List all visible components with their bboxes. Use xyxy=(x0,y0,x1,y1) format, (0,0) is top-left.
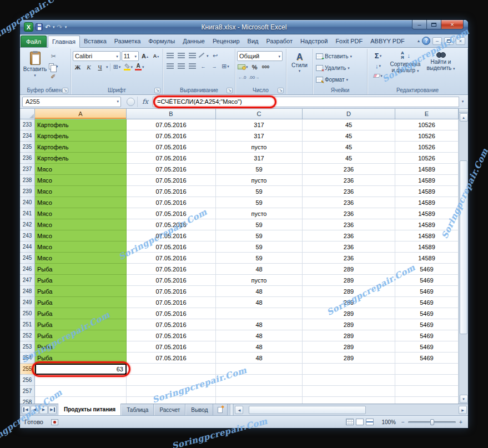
cell-E250[interactable]: 5469 xyxy=(395,308,459,319)
cell-E253[interactable]: 5469 xyxy=(395,341,459,353)
cell-A257[interactable] xyxy=(35,386,127,397)
cell-E245[interactable]: 14589 xyxy=(395,253,459,264)
cell-C249[interactable]: 48 xyxy=(216,297,303,308)
bold-button[interactable]: Ж xyxy=(73,62,83,72)
ribbon-tab-вставка[interactable]: Вставка xyxy=(80,35,110,47)
ribbon-tab-формулы[interactable]: Формулы xyxy=(144,35,179,47)
font-name-select[interactable]: Calibri▾ xyxy=(73,51,120,61)
cell-D235[interactable]: 45 xyxy=(303,142,395,153)
cell-D252[interactable]: 289 xyxy=(303,330,395,341)
align-left-button[interactable] xyxy=(165,62,175,71)
cell-B234[interactable]: 07.05.2016 xyxy=(127,130,216,142)
ribbon-tab-рецензир[interactable]: Рецензир xyxy=(209,35,244,47)
cell-E247[interactable]: 5469 xyxy=(395,275,459,286)
insert-function-button[interactable]: fx xyxy=(137,97,153,107)
row-header-233[interactable]: 233 xyxy=(20,119,35,130)
cell-A249[interactable]: Рыба xyxy=(35,297,127,308)
first-sheet-button[interactable]: ◀ xyxy=(22,406,30,414)
row-header-241[interactable]: 241 xyxy=(20,208,35,219)
row-header-252[interactable]: 252 xyxy=(20,330,35,341)
cell-B243[interactable]: 07.05.2016 xyxy=(127,230,216,241)
next-sheet-button[interactable]: ▶ xyxy=(39,406,48,414)
cut-button[interactable]: ✂ xyxy=(48,52,59,61)
cell-E238[interactable]: 14589 xyxy=(395,175,459,186)
cell-E236[interactable]: 10526 xyxy=(395,153,459,164)
redo-icon[interactable]: ↷ xyxy=(57,23,63,31)
cell-A245[interactable]: Мясо xyxy=(35,253,127,264)
undo-dropdown-icon[interactable]: ▾ xyxy=(53,25,55,29)
cell-E240[interactable]: 14589 xyxy=(395,197,459,208)
cell-E234[interactable]: 10526 xyxy=(395,130,459,142)
cell-D251[interactable]: 289 xyxy=(303,319,395,330)
column-header-B[interactable]: B xyxy=(127,109,216,119)
align-middle-button[interactable] xyxy=(176,51,186,61)
cell-D258[interactable] xyxy=(303,397,395,404)
cell-A255[interactable]: 63 xyxy=(35,364,127,375)
cell-A253[interactable]: Рыба xyxy=(35,341,127,353)
row-header-248[interactable]: 248 xyxy=(20,286,35,297)
horizontal-scroll-track[interactable] xyxy=(244,406,457,414)
cell-C236[interactable]: 317 xyxy=(216,153,303,164)
cell-B248[interactable]: 07.05.2016 xyxy=(127,286,216,297)
row-header-247[interactable]: 247 xyxy=(20,275,35,286)
row-header-250[interactable]: 250 xyxy=(20,308,35,319)
cell-E241[interactable]: 14589 xyxy=(395,208,459,219)
cell-B237[interactable]: 07.05.2016 xyxy=(127,164,216,175)
align-right-button[interactable] xyxy=(187,62,197,71)
underline-button[interactable]: Ч xyxy=(95,62,105,72)
cell-D247[interactable]: 289 xyxy=(303,275,395,286)
cell-B241[interactable]: 07.05.2016 xyxy=(127,208,216,219)
cell-C251[interactable]: 48 xyxy=(216,319,303,330)
cell-B253[interactable]: 07.05.2016 xyxy=(127,341,216,353)
cell-A242[interactable]: Мясо xyxy=(35,219,127,230)
scroll-left-icon[interactable]: ◀ xyxy=(235,406,243,414)
cell-E233[interactable]: 10526 xyxy=(395,119,459,130)
decrease-font-button[interactable]: А▾ xyxy=(151,52,161,61)
name-box-dropdown-icon[interactable]: ▾ xyxy=(117,99,119,104)
ribbon-tab-вид[interactable]: Вид xyxy=(244,35,263,47)
cell-C254[interactable]: 48 xyxy=(216,353,303,364)
select-all-corner[interactable] xyxy=(20,109,35,119)
cell-A243[interactable]: Мясо xyxy=(35,230,127,241)
cell-E243[interactable]: 14589 xyxy=(395,230,459,241)
cell-A241[interactable]: Мясо xyxy=(35,208,127,219)
cell-B233[interactable]: 07.05.2016 xyxy=(127,119,216,130)
cell-C233[interactable]: 317 xyxy=(216,119,303,130)
scrollbar-split-handle[interactable] xyxy=(459,109,468,113)
merge-center-button[interactable]: ⊞▾ xyxy=(220,62,230,71)
cell-C244[interactable]: 59 xyxy=(216,241,303,253)
row-header-255[interactable]: 255 xyxy=(20,364,35,375)
cell-D239[interactable]: 236 xyxy=(303,186,395,197)
cell-A239[interactable]: Мясо xyxy=(35,186,127,197)
cell-C235[interactable]: пусто xyxy=(216,142,303,153)
cell-C240[interactable]: 59 xyxy=(216,197,303,208)
cell-A256[interactable] xyxy=(35,375,127,386)
cell-B252[interactable]: 07.05.2016 xyxy=(127,330,216,341)
cell-B257[interactable] xyxy=(127,386,216,397)
wrap-text-button[interactable]: ↩ xyxy=(210,51,220,61)
cell-A258[interactable] xyxy=(35,397,127,404)
cell-A234[interactable]: Картофель xyxy=(35,130,127,142)
cell-E254[interactable]: 5469 xyxy=(395,353,459,364)
percent-style-button[interactable]: % xyxy=(250,62,260,72)
last-sheet-button[interactable]: ▶ xyxy=(48,406,57,414)
cell-E239[interactable]: 14589 xyxy=(395,186,459,197)
cell-A254[interactable]: Рыба xyxy=(35,353,127,364)
row-header-245[interactable]: 245 xyxy=(20,253,35,264)
cell-E256[interactable] xyxy=(395,375,459,386)
cell-A233[interactable]: Картофель xyxy=(35,119,127,130)
cell-C247[interactable]: пусто xyxy=(216,275,303,286)
name-box[interactable]: A255▾ xyxy=(22,97,121,107)
cell-C238[interactable]: пусто xyxy=(216,175,303,186)
cell-B240[interactable]: 07.05.2016 xyxy=(127,197,216,208)
ribbon-tab-разметка[interactable]: Разметка xyxy=(110,35,145,47)
zoom-slider[interactable] xyxy=(408,421,456,423)
row-header-257[interactable]: 257 xyxy=(20,386,35,397)
cell-C237[interactable]: 59 xyxy=(216,164,303,175)
dialog-launcher-icon[interactable]: ↘ xyxy=(62,88,68,93)
row-header-244[interactable]: 244 xyxy=(20,241,35,253)
paste-button[interactable]: Вставить ▾ xyxy=(23,50,47,86)
cell-C243[interactable]: 59 xyxy=(216,230,303,241)
font-color-button[interactable]: А▾ xyxy=(134,62,145,72)
cell-E237[interactable]: 14589 xyxy=(395,164,459,175)
